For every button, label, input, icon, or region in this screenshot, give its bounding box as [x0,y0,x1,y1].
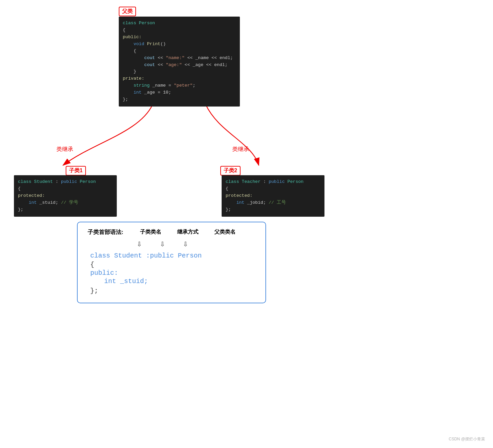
inherit-label-right: 类继承 [232,145,249,153]
code-line-6: cout << "name:" << _name << endl; [123,55,236,62]
arrow-down-1: ⇩ [137,239,142,249]
explanation-box: 子类首部语法: 子类类名 继承方式 父类类名 ⇩ ⇩ ⇩ class Stude… [77,222,266,303]
explain-brace-close: }; [88,287,255,295]
student-code-block: class Student : public Person { protecte… [14,175,117,217]
code-line-3: public: [123,34,236,41]
code-line-10: string _name = "peter"; [123,82,236,89]
page-container: 父类 class Person { public: void Print() {… [0,0,493,448]
code-line-2: { [123,27,236,34]
code-line-4: void Print() [123,41,236,48]
code-line-5: { [123,48,236,55]
explain-title-text: 子类首部语法: [88,228,123,236]
explain-brace-open: { [88,261,255,268]
teacher-line-1: class Teacher : public Person [226,179,320,186]
code-line-12: }; [123,96,236,103]
explain-label-parent: 父类类名 [214,229,236,236]
teacher-code-block: class Teacher : public Person { protecte… [222,175,324,217]
student-line-2: { [18,186,113,192]
teacher-line-4: int _jobid; // 工号 [226,199,320,206]
student-line-4: int _stuid; // 学号 [18,199,113,206]
child1-label: 子类1 [66,166,86,176]
inherit-label-left: 类继承 [56,145,73,153]
teacher-line-3: protected: [226,192,320,199]
arrow-down-3: ⇩ [183,239,188,249]
parent-label: 父类 [119,7,136,16]
explain-label-inherit: 继承方式 [177,229,198,236]
explain-title-row: 子类首部语法: 子类类名 继承方式 父类类名 [88,228,255,236]
code-line-8: } [123,68,236,75]
explain-public-line: public: [88,269,255,277]
teacher-line-5: }; [226,206,320,213]
explain-label-classname: 子类类名 [140,229,161,236]
code-line-9: private: [123,75,236,82]
child2-label: 子类2 [220,166,241,176]
student-line-5: }; [18,206,113,213]
explain-arrows-row: ⇩ ⇩ ⇩ [88,239,255,249]
code-line-11: int _age = 10; [123,89,236,96]
explain-syntax-line: class Student :public Person [88,252,255,260]
parent-code-block: class Person { public: void Print() { co… [119,17,240,107]
code-line-7: cout << "age:" << _age << endl; [123,62,236,69]
code-line-1: class Person [123,20,236,27]
teacher-line-2: { [226,186,320,192]
watermark: CSDN @摆烂小青菜 [449,436,485,442]
student-line-1: class Student : public Person [18,179,113,186]
arrow-down-2: ⇩ [160,239,165,249]
student-line-3: protected: [18,192,113,199]
explain-int-line: int _stuid; [88,277,255,285]
